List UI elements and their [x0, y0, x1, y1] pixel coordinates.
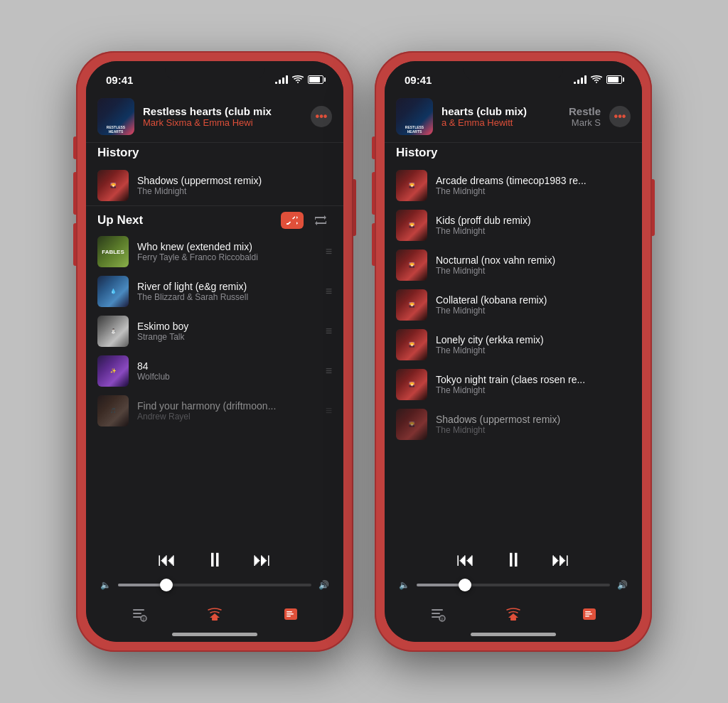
status-icons-1 — [275, 75, 323, 84]
screen-content-2: 09:41 — [385, 61, 642, 642]
drag-handle-3[interactable]: ≡ — [326, 325, 332, 338]
volume-slider-2[interactable] — [417, 584, 610, 586]
hthumb-text-2-1: 🌄 — [396, 170, 427, 201]
power-button[interactable] — [353, 179, 356, 236]
power-button-2[interactable] — [652, 179, 655, 236]
history-label-2: History — [385, 143, 642, 166]
drag-handle-1[interactable]: ≡ — [326, 245, 332, 258]
svg-rect-18 — [585, 613, 592, 615]
history-track-name-1: Shadows (uppermost remix) — [137, 175, 332, 186]
volume-slider-1[interactable] — [118, 584, 311, 586]
tab-lyrics-2[interactable]: ♪ — [424, 601, 450, 627]
volume-up-button-2[interactable] — [372, 172, 375, 215]
history-list-2: 🌄 Arcade dreams (timecop1983 re... The M… — [385, 166, 642, 540]
volume-down-button-2[interactable] — [372, 223, 375, 266]
up-next-label-1: Up Next — [97, 213, 143, 227]
volume-fill-1 — [118, 584, 166, 586]
more-button-2[interactable]: ••• — [609, 106, 631, 127]
mute-button-2[interactable] — [372, 136, 375, 159]
track-name-2: River of light (e&g remix) — [137, 281, 317, 292]
thumb-text-3: ⛄ — [97, 316, 129, 347]
tab-queue-1[interactable] — [278, 601, 304, 627]
track-name-5: Find your harmony (driftmoon... — [137, 400, 317, 412]
htrack-artist-2-2: The Midnight — [436, 226, 631, 236]
history-thumb-text-1: 🌄 — [97, 170, 129, 201]
history-thumb-2-2: 🌄 — [396, 210, 427, 241]
signal-bar-4 — [286, 75, 288, 84]
htrack-text-2-5: Lonely city (erkka remix) The Midnight — [436, 334, 631, 355]
status-icons-2 — [574, 75, 622, 84]
pause-button-1[interactable]: ⏸ — [205, 548, 225, 571]
prev-button-1[interactable]: ⏮ — [158, 549, 176, 571]
album-art-1: RESTLESSHEARTS — [97, 98, 134, 135]
prev-button-2[interactable]: ⏮ — [456, 549, 475, 571]
htrack-artist-2-5: The Midnight — [436, 345, 631, 355]
drag-handle-4[interactable]: ≡ — [326, 365, 332, 377]
up-next-item-4: ✨ 84 Wolfclub ≡ — [86, 351, 343, 391]
volume-thumb-2[interactable] — [459, 579, 471, 591]
volume-row-1: 🔈 🔊 — [86, 577, 343, 596]
svg-rect-11 — [432, 613, 440, 614]
signal-bar-2-4 — [584, 75, 587, 84]
track-info-header-1: Restless hearts (club mix Mark Sixma & E… — [143, 105, 302, 128]
track-thumb-2: 💧 — [97, 276, 129, 307]
track-name-1: Who knew (extended mix) — [137, 241, 317, 252]
tab-airplay-2[interactable] — [500, 601, 526, 627]
playback-controls-1: ⏮ ⏸ ⏭ — [86, 540, 343, 577]
up-next-item-3: ⛄ Eskimo boy Strange Talk ≡ — [86, 311, 343, 351]
next-button-2[interactable]: ⏭ — [552, 549, 570, 571]
status-time-2: 09:41 — [405, 74, 432, 86]
volume-down-button[interactable] — [73, 223, 76, 266]
volume-thumb-1[interactable] — [160, 579, 173, 591]
htrack-artist-2-1: The Midnight — [436, 186, 631, 196]
home-indicator-1 — [172, 633, 257, 636]
signal-bars-1 — [275, 75, 288, 84]
drag-handle-2[interactable]: ≡ — [326, 285, 332, 298]
htrack-text-2-6: Tokyo night train (claes rosen re... The… — [436, 374, 631, 395]
mute-button[interactable] — [73, 136, 76, 159]
volume-fill-2 — [417, 584, 465, 586]
drag-handle-5[interactable]: ≡ — [326, 404, 332, 417]
track-artist-5: Andrew Rayel — [137, 412, 317, 422]
playback-controls-2: ⏮ ⏸ ⏭ — [385, 540, 642, 577]
up-next-controls-1 — [281, 212, 332, 229]
volume-up-button[interactable] — [73, 172, 76, 215]
now-playing-artist-1: Mark Sixma & Emma Hewi — [143, 117, 302, 128]
screen-content-1: 09:41 — [86, 61, 343, 642]
htrack-artist-2-4: The Midnight — [436, 306, 631, 316]
history-item-2-6: 🌄 Tokyo night train (claes rosen re... T… — [385, 365, 642, 404]
track-artist-4: Wolfclub — [137, 372, 317, 382]
next-button-1[interactable]: ⏭ — [253, 549, 272, 571]
notch-2 — [464, 61, 563, 81]
htrack-text-2-3: Nocturnal (nox vahn remix) The Midnight — [436, 254, 631, 276]
thumb-text-4: ✨ — [97, 355, 129, 387]
more-button-1[interactable]: ••• — [311, 106, 332, 127]
hthumb-text-2-4: 🌄 — [396, 289, 427, 321]
htrack-name-2-5: Lonely city (erkka remix) — [436, 334, 631, 345]
history-item-2-7: 🌄 Shadows (uppermost remix) The Midnight — [385, 404, 642, 444]
now-playing-artist-2b: Mark S — [572, 117, 601, 128]
track-text-1: Who knew (extended mix) Ferry Tayle & Fr… — [137, 241, 317, 262]
htrack-name-2-6: Tokyo night train (claes rosen re... — [436, 374, 631, 385]
tab-airplay-1[interactable] — [202, 601, 228, 627]
shuffle-button-1[interactable] — [281, 212, 304, 229]
track-title-row-2: hearts (club mix) Restle — [441, 105, 601, 117]
svg-rect-1 — [133, 613, 141, 614]
repeat-button-1[interactable] — [309, 212, 332, 229]
history-track-artist-1: The Midnight — [137, 186, 332, 196]
airplay-icon-1 — [206, 606, 223, 623]
htrack-text-2-2: Kids (proff dub remix) The Midnight — [436, 215, 631, 236]
tab-queue-2[interactable] — [577, 601, 602, 627]
svg-text:♪: ♪ — [441, 616, 444, 621]
pause-button-2[interactable]: ⏸ — [503, 548, 523, 571]
phone-1: 09:41 — [76, 51, 353, 652]
track-artist-row-2: a & Emma Hewitt Mark S — [441, 117, 601, 128]
svg-rect-5 — [212, 618, 218, 621]
history-item-2-2: 🌄 Kids (proff dub remix) The Midnight — [385, 205, 642, 245]
wifi-icon-2 — [591, 75, 602, 84]
home-indicator-2 — [471, 633, 556, 636]
tab-lyrics-1[interactable]: ♪ — [126, 601, 151, 627]
track-info-header-2: hearts (club mix) Restle a & Emma Hewitt… — [441, 105, 601, 128]
now-playing-header-1: RESTLESSHEARTS Restless hearts (club mix… — [86, 92, 343, 142]
volume-low-icon-2: 🔈 — [399, 580, 410, 590]
